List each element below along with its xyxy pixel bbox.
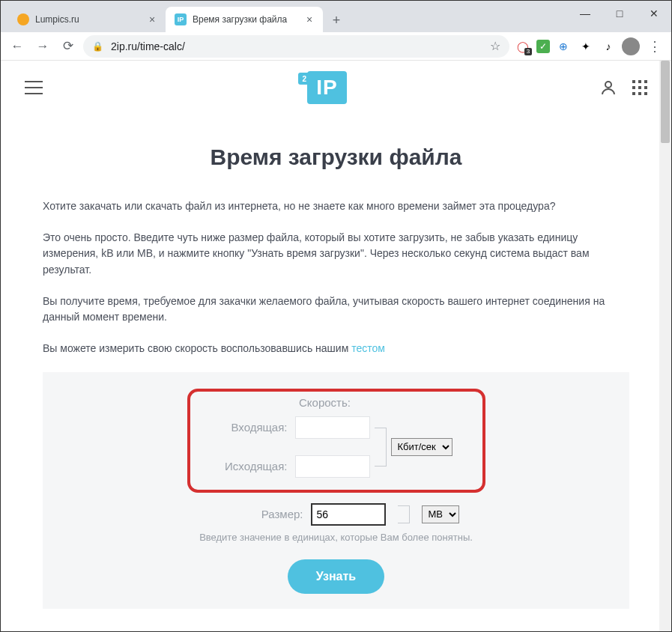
bracket-decoration xyxy=(398,505,410,523)
forward-button[interactable]: → xyxy=(32,36,53,57)
bracket-decoration xyxy=(375,428,387,467)
favicon-2ip: IP xyxy=(175,13,187,25)
outgoing-speed-input[interactable] xyxy=(295,455,370,478)
tab-lumpics[interactable]: Lumpics.ru × xyxy=(8,7,166,32)
address-bar[interactable]: 🔒 2ip.ru/time-calc/ ☆ xyxy=(83,35,509,58)
chrome-menu-button[interactable]: ⋮ xyxy=(644,36,665,57)
maximize-button[interactable]: □ xyxy=(602,1,637,26)
reload-button[interactable]: ⟳ xyxy=(58,36,79,57)
extension-globe-icon[interactable]: ⊕ xyxy=(554,37,572,55)
extensions-menu-icon[interactable]: ✦ xyxy=(577,37,595,55)
back-button[interactable]: ← xyxy=(7,36,28,57)
main-content: Время загрузки файла Хотите закачать или… xyxy=(1,115,671,609)
hamburger-menu-icon[interactable] xyxy=(25,81,43,94)
speed-label: Скорость: xyxy=(198,396,452,409)
url-text: 2ip.ru/time-calc/ xyxy=(111,40,482,52)
tab-title: Lumpics.ru xyxy=(35,14,140,25)
minimize-button[interactable]: — xyxy=(568,1,602,26)
speed-unit-select[interactable]: Кбит/сек xyxy=(391,438,452,456)
close-window-button[interactable]: ✕ xyxy=(637,1,671,26)
page-viewport: 2 IP Время загрузки файла Хотите закачат… xyxy=(1,61,671,632)
scrollbar-thumb[interactable] xyxy=(661,61,670,143)
favicon-lumpics xyxy=(17,13,29,25)
bookmark-icon[interactable]: ☆ xyxy=(490,39,500,53)
submit-button[interactable]: Узнать xyxy=(288,559,384,594)
size-hint: Введите значение в единицах, которые Вам… xyxy=(65,532,607,543)
size-input[interactable] xyxy=(311,503,386,526)
logo-text: IP xyxy=(307,71,346,104)
profile-avatar[interactable] xyxy=(622,37,640,55)
speed-highlight-box: Скорость: Входящая: Исходящая: xyxy=(187,389,485,493)
media-control-icon[interactable]: ♪ xyxy=(599,37,617,55)
intro-para-4: Вы можете измерить свою скорость восполь… xyxy=(43,341,629,357)
user-icon[interactable] xyxy=(599,79,617,97)
close-icon[interactable]: × xyxy=(146,13,158,25)
outgoing-label: Исходящая: xyxy=(198,460,288,473)
header-actions xyxy=(599,79,647,97)
extension-opera-icon[interactable]: ◯ xyxy=(514,37,532,55)
incoming-label: Входящая: xyxy=(198,421,288,434)
scrollbar[interactable] xyxy=(659,61,671,632)
page-title: Время загрузки файла xyxy=(43,145,629,170)
svg-point-0 xyxy=(605,82,611,88)
browser-toolbar: ← → ⟳ 🔒 2ip.ru/time-calc/ ☆ ◯ ✓ ⊕ ✦ ♪ ⋮ xyxy=(1,32,671,61)
browser-titlebar: Lumpics.ru × IP Время загрузки файла × +… xyxy=(1,1,671,32)
intro-para-3: Вы получите время, требуемое для закачки… xyxy=(43,294,629,326)
size-unit-select[interactable]: MB xyxy=(422,505,459,523)
intro-para-1: Хотите закачать или скачать файл из инте… xyxy=(43,198,629,215)
incoming-speed-input[interactable] xyxy=(295,416,370,439)
site-logo[interactable]: 2 IP xyxy=(295,71,346,104)
close-icon[interactable]: × xyxy=(303,13,315,25)
new-tab-button[interactable]: + xyxy=(326,10,347,31)
speed-test-link[interactable]: тестом xyxy=(351,342,385,354)
extension-check-icon[interactable]: ✓ xyxy=(536,40,550,53)
intro-para-2: Это очень просто. Введите чуть ниже разм… xyxy=(43,230,629,279)
site-header: 2 IP xyxy=(1,61,671,115)
tab-2ip[interactable]: IP Время загрузки файла × xyxy=(166,7,323,32)
apps-grid-icon[interactable] xyxy=(632,80,647,95)
logo-badge: 2 xyxy=(298,73,310,85)
size-label: Размер: xyxy=(214,508,303,520)
window-controls: — □ ✕ xyxy=(568,1,671,26)
lock-icon: 🔒 xyxy=(92,41,103,52)
calculator-form: Скорость: Входящая: Исходящая: xyxy=(43,372,629,609)
tab-title: Время загрузки файла xyxy=(193,14,297,25)
